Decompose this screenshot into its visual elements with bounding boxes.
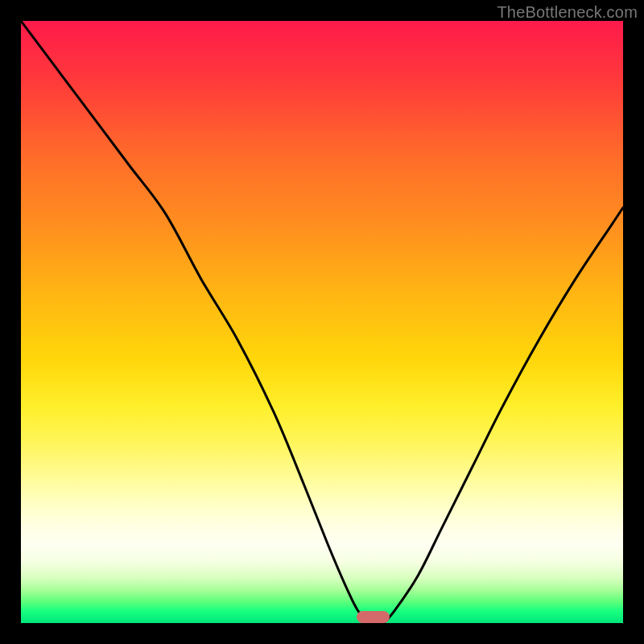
- curve-path: [21, 21, 623, 623]
- chart-frame: TheBottleneck.com: [0, 0, 644, 644]
- optimum-marker: [357, 611, 390, 623]
- bottleneck-curve: [21, 21, 623, 623]
- watermark-text: TheBottleneck.com: [497, 3, 638, 22]
- plot-area: [21, 21, 623, 623]
